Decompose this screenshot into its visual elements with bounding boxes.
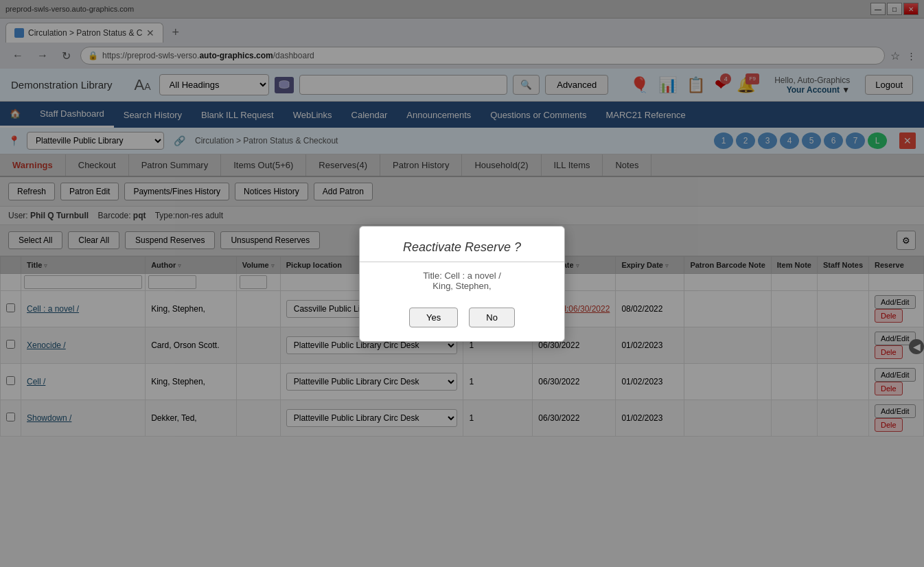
- modal-body-text: Title: Cell : a novel /King, Stephen,: [423, 270, 501, 291]
- modal-yes-button[interactable]: Yes: [409, 308, 458, 327]
- modal-footer: Yes No: [360, 299, 564, 341]
- modal-overlay: Reactivate Reserve ? Title: Cell : a nov…: [0, 0, 924, 567]
- reactivate-reserve-modal: Reactivate Reserve ? Title: Cell : a nov…: [359, 226, 565, 342]
- modal-body: Title: Cell : a novel /King, Stephen,: [360, 262, 564, 299]
- modal-title: Reactivate Reserve ?: [360, 227, 564, 262]
- modal-no-button[interactable]: No: [469, 308, 515, 327]
